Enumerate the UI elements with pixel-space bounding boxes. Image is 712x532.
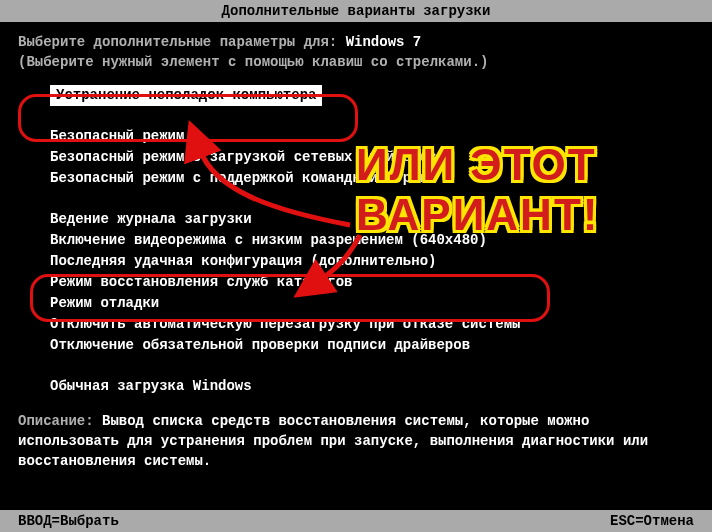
menu-item-bootlog[interactable]: Ведение журнала загрузки [50, 209, 252, 230]
os-name: Windows 7 [346, 34, 422, 50]
footer-esc: ESC=Отмена [610, 513, 694, 529]
footer: ВВОД=Выбрать ESC=Отмена [0, 510, 712, 532]
intro: Выберите дополнительные параметры для: W… [18, 32, 694, 73]
menu-item-normal[interactable]: Обычная загрузка Windows [50, 376, 252, 397]
desc-text: Вывод списка средств восстановления сист… [18, 413, 648, 470]
title-text: Дополнительные варианты загрузки [222, 3, 491, 19]
menu-item-nosign[interactable]: Отключение обязательной проверки подписи… [50, 335, 470, 356]
title-bar: Дополнительные варианты загрузки [0, 0, 712, 22]
desc-label: Описание: [18, 413, 102, 429]
description: Описание: Вывод списка средств восстанов… [18, 411, 694, 472]
annotation-highlight-repair [18, 94, 358, 142]
annotation-highlight-lkgc [30, 274, 550, 322]
footer-enter: ВВОД=Выбрать [18, 513, 119, 529]
intro-prefix: Выберите дополнительные параметры для: [18, 34, 346, 50]
content: Выберите дополнительные параметры для: W… [0, 22, 712, 471]
annotation-text: ИЛИ ЭТОТ ВАРИАНТ! [356, 140, 599, 240]
menu-item-lkgc[interactable]: Последняя удачная конфигурация (дополнит… [50, 251, 436, 272]
intro-hint: (Выберите нужный элемент с помощью клави… [18, 54, 488, 70]
